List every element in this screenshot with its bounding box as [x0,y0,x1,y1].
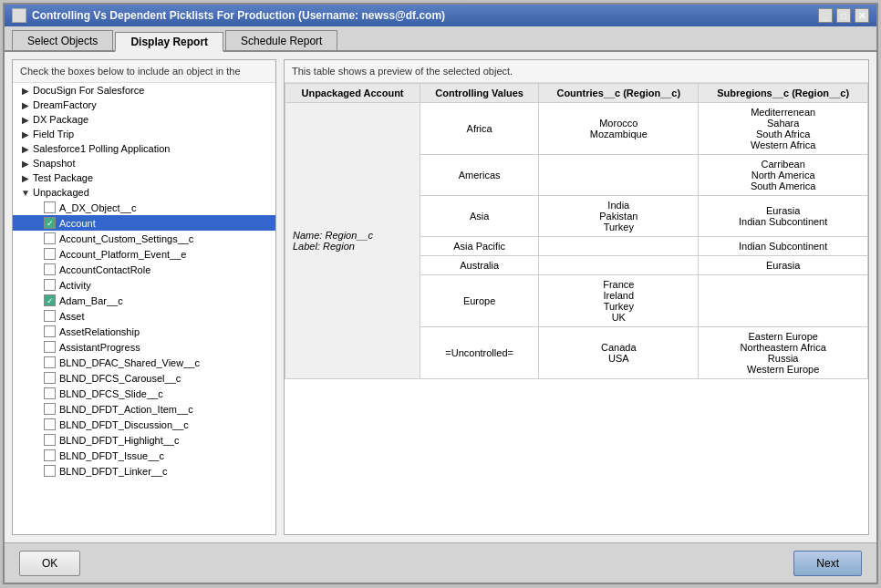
tree-checkbox[interactable] [44,201,56,213]
tree-label: DreamFactory [33,99,97,110]
tree-label: AssistantProgress [59,342,140,353]
tree-group-test-package[interactable]: ▶ Test Package [13,170,275,185]
tree-leaf-assistant-progress[interactable]: AssistantProgress [13,339,275,355]
tree-leaf-blnd-dfdt-highlight[interactable]: BLND_DFDT_Highlight__c [13,432,275,448]
preview-table: Unpackaged Account Controlling Values Co… [285,83,868,379]
tree-leaf-account-contact[interactable]: AccountContactRole [13,262,275,277]
tree-leaf-asset-relationship[interactable]: AssetRelationship [13,324,275,339]
tree-leaf-blnd-dfcs-slide[interactable]: BLND_DFCS_Slide__c [13,386,275,401]
countries-cell: France Ireland Turkey UK [539,275,699,327]
col-header-countries: Countries__c (Region__c) [539,84,699,103]
app-icon [12,8,26,23]
tree-checkbox[interactable] [44,465,56,477]
tree-leaf-blnd-dfcs-carousel[interactable]: BLND_DFCS_Carousel__c [13,370,275,386]
tree-checkbox[interactable] [44,341,56,353]
left-panel: Check the boxes below to include an obje… [12,59,276,535]
tree-leaf-blnd-dfdt-linker[interactable]: BLND_DFDT_Linker__c [13,463,275,479]
main-window: Controlling Vs Dependent Picklists For P… [3,3,878,584]
tree-checkbox[interactable] [44,310,56,322]
close-button[interactable]: ✕ [855,8,869,23]
title-controls: _ □ ✕ [818,8,869,23]
spacer [31,404,42,415]
tree-leaf-account-custom[interactable]: Account_Custom_Settings__c [13,231,275,246]
tree-label: A_DX_Object__c [59,202,136,213]
tree-checkbox[interactable] [44,325,56,337]
tree-checkbox[interactable] [44,418,56,430]
table-container[interactable]: Unpackaged Account Controlling Values Co… [285,83,868,534]
tree-checkbox[interactable] [44,232,56,244]
tree-label: Snapshot [33,158,75,169]
tree-label: BLND_DFAC_Shared_View__c [59,357,200,368]
subregions-cell: Carribean North America South America [699,155,868,196]
tree-leaf-a-dx-object[interactable]: A_DX_Object__c [13,200,275,215]
tree-checkbox[interactable] [44,387,56,399]
tree-leaf-blnd-dfdt-issue[interactable]: BLND_DFDT_Issue__c [13,448,275,463]
tree-leaf-blnd-dfdt-discussion[interactable]: BLND_DFDT_Discussion__c [13,417,275,432]
tree-leaf-blnd-dfac[interactable]: BLND_DFAC_Shared_View__c [13,355,275,370]
countries-cell [539,237,699,256]
title-bar-left: Controlling Vs Dependent Picklists For P… [12,8,445,23]
tree-checkbox[interactable] [44,449,56,461]
spacer [31,218,42,229]
tree-checkbox[interactable] [44,294,56,306]
ok-button[interactable]: OK [19,551,80,576]
tree-arrow: ▶ [20,99,31,110]
tree-checkbox[interactable] [44,248,56,260]
tree-checkbox[interactable] [44,434,56,446]
tree-group-dx-package[interactable]: ▶ DX Package [13,112,275,127]
tree-leaf-adam-bar[interactable]: Adam_Bar__c [13,293,275,308]
controlling-cell: Asia [420,196,539,237]
tree-checkbox[interactable] [44,372,56,384]
tree-label: Unpackaged [33,187,89,198]
tabs-bar: Select Objects Display Report Schedule R… [5,26,876,52]
tree-leaf-asset[interactable]: Asset [13,308,275,324]
left-panel-header: Check the boxes below to include an obje… [13,60,275,83]
tree-arrow: ▶ [20,114,31,125]
tree-group-unpackaged[interactable]: ▼ Unpackaged [13,185,275,200]
tab-display-report[interactable]: Display Report [115,32,223,52]
tree-label: AssetRelationship [59,326,140,337]
object-label-cell: Name: Region__c Label: Region [285,103,420,379]
tree-arrow: ▶ [20,85,31,96]
tree-checkbox[interactable] [44,356,56,368]
tree-group-dreamfactory[interactable]: ▶ DreamFactory [13,98,275,112]
tree-label: BLND_DFCS_Slide__c [59,388,163,399]
controlling-cell: Europe [420,275,539,327]
right-panel: This table shows a preview of the select… [284,59,869,535]
tree-label: BLND_DFDT_Issue__c [59,450,164,461]
tree-checkbox[interactable] [44,279,56,291]
subregions-cell: Eastern Europe Northeastern Africa Russi… [699,327,868,379]
title-bar: Controlling Vs Dependent Picklists For P… [5,5,876,26]
countries-cell: India Pakistan Turkey [539,196,699,237]
spacer [31,326,42,337]
maximize-button[interactable]: □ [836,8,851,23]
tree-leaf-account[interactable]: Account [13,215,275,231]
tree-arrow: ▶ [20,143,31,154]
spacer [31,264,42,275]
tree-group-docusign[interactable]: ▶ DocuSign For Salesforce [13,83,275,98]
spacer [31,419,42,430]
tree-container[interactable]: ▶ DocuSign For Salesforce ▶ DreamFactory… [13,83,275,534]
tree-leaf-blnd-dfdt-action[interactable]: BLND_DFDT_Action_Item__c [13,401,275,417]
tab-schedule-report[interactable]: Schedule Report [225,30,337,50]
tree-checkbox[interactable] [44,217,56,229]
bottom-bar: OK Next [5,542,876,583]
tree-group-field-trip[interactable]: ▶ Field Trip [13,127,275,141]
tree-checkbox[interactable] [44,403,56,415]
spacer [31,388,42,399]
tree-label: Test Package [33,172,93,183]
tree-leaf-activity[interactable]: Activity [13,277,275,293]
tree-leaf-account-platform[interactable]: Account_Platform_Event__e [13,246,275,262]
spacer [31,233,42,244]
countries-cell [539,155,699,196]
controlling-cell: =Uncontrolled= [420,327,539,379]
minimize-button[interactable]: _ [818,8,833,23]
tree-label: Account_Custom_Settings__c [59,233,193,244]
tree-group-snapshot[interactable]: ▶ Snapshot [13,156,275,170]
tree-checkbox[interactable] [44,263,56,275]
next-button[interactable]: Next [793,551,862,576]
tab-select-objects[interactable]: Select Objects [12,30,113,50]
controlling-cell: Asia Pacific [420,237,539,256]
tree-group-salesforce1[interactable]: ▶ Salesforce1 Polling Application [13,141,275,156]
tree-label: Adam_Bar__c [59,295,123,306]
